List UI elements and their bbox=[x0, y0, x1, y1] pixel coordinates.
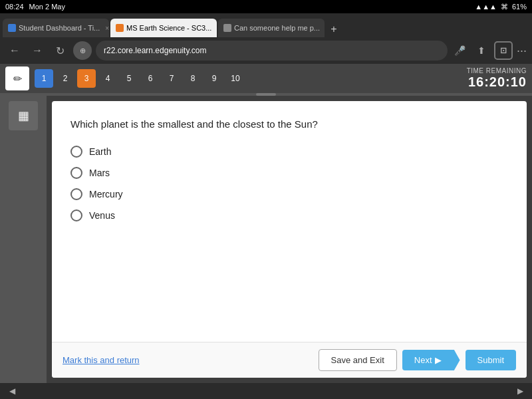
browser-chrome: Student Dashboard - Ti... × MS Earth Sci… bbox=[0, 13, 532, 64]
battery-indicator: 61% bbox=[512, 3, 527, 11]
tab-label-1: Student Dashboard - Ti... bbox=[19, 24, 100, 32]
submit-button[interactable]: Submit bbox=[466, 350, 516, 370]
question-num-10[interactable]: 10 bbox=[226, 69, 245, 88]
status-bar: 08:24 Mon 2 May ▲▲▲ ⌘ 61% bbox=[0, 0, 532, 13]
time-value: 16:20:10 bbox=[467, 74, 527, 90]
question-num-2[interactable]: 2 bbox=[56, 69, 74, 88]
tab-favicon-2 bbox=[116, 24, 124, 32]
option-mars-label: Mars bbox=[89, 168, 110, 178]
new-tab-button[interactable]: + bbox=[326, 21, 342, 37]
tab-bar: Student Dashboard - Ti... × MS Earth Sci… bbox=[0, 13, 532, 37]
time-remaining: TIME REMAINING 16:20:10 bbox=[467, 67, 527, 90]
footer-buttons: Save and Exit Next ▶ Submit bbox=[319, 349, 516, 371]
bottom-right-arrow[interactable]: ▶ bbox=[513, 384, 527, 398]
address-bar-row: ← → ↻ ⊕ r22.core.learn.edgenuity.com 🎤 ⬆… bbox=[0, 37, 532, 64]
radio-mercury[interactable] bbox=[70, 188, 82, 200]
tab-student-dashboard[interactable]: Student Dashboard - Ti... × bbox=[3, 19, 109, 37]
radio-mars[interactable] bbox=[70, 167, 82, 179]
question-text: Which planet is the smallest and the clo… bbox=[70, 117, 508, 132]
tab-earth-science[interactable]: MS Earth Science - SC3... × bbox=[110, 19, 217, 37]
question-num-9[interactable]: 9 bbox=[205, 69, 223, 88]
signal-icon: ▲▲▲ bbox=[475, 3, 497, 11]
tab-favicon-3 bbox=[223, 24, 231, 32]
option-earth-label: Earth bbox=[89, 146, 111, 157]
pencil-tool-button[interactable]: ✏ bbox=[5, 66, 29, 90]
question-num-4[interactable]: 4 bbox=[98, 69, 117, 88]
question-num-3[interactable]: 3 bbox=[77, 69, 96, 88]
option-mercury[interactable]: Mercury bbox=[70, 188, 508, 200]
forward-button[interactable]: → bbox=[28, 41, 47, 60]
option-venus[interactable]: Venus bbox=[70, 209, 508, 221]
question-num-8[interactable]: 8 bbox=[184, 69, 202, 88]
question-num-5[interactable]: 5 bbox=[120, 69, 138, 88]
question-number-bar: 1 2 3 4 5 6 7 8 9 bbox=[35, 69, 245, 88]
radio-venus[interactable] bbox=[70, 209, 82, 221]
wifi-icon: ⌘ bbox=[501, 3, 508, 11]
status-day: Mon 2 May bbox=[29, 3, 65, 11]
app-area: ✏ 1 2 3 4 5 6 7 8 bbox=[0, 64, 532, 383]
content-row: ▦ Which planet is the smallest and the c… bbox=[0, 96, 532, 383]
answer-options: Earth Mars Mercury Venus bbox=[70, 146, 508, 221]
option-mercury-label: Mercury bbox=[89, 189, 123, 200]
time-label: TIME REMAINING bbox=[467, 67, 527, 74]
question-body: Which planet is the smallest and the clo… bbox=[52, 101, 527, 342]
microphone-icon[interactable]: 🎤 bbox=[452, 42, 469, 59]
question-num-1[interactable]: 1 bbox=[35, 69, 53, 88]
tab-favicon-1 bbox=[8, 24, 16, 32]
calculator-button[interactable]: ▦ bbox=[9, 101, 38, 130]
bottom-left-arrow[interactable]: ◀ bbox=[5, 384, 19, 398]
option-venus-label: Venus bbox=[89, 210, 115, 221]
question-panel: Which planet is the smallest and the clo… bbox=[52, 101, 527, 378]
question-num-6[interactable]: 6 bbox=[141, 69, 160, 88]
option-earth[interactable]: Earth bbox=[70, 146, 508, 158]
tab-close-1[interactable]: × bbox=[105, 25, 109, 32]
bottom-bar: ◀ ▶ bbox=[0, 383, 532, 399]
question-footer: Mark this and return Save and Exit Next … bbox=[52, 342, 527, 378]
menu-button[interactable]: ··· bbox=[517, 44, 527, 58]
mark-return-link[interactable]: Mark this and return bbox=[63, 355, 140, 365]
save-exit-button[interactable]: Save and Exit bbox=[319, 349, 397, 371]
status-time: 08:24 bbox=[5, 3, 24, 11]
next-arrow-icon: ▶ bbox=[435, 355, 442, 365]
left-panel: ▦ bbox=[0, 96, 47, 383]
back-button[interactable]: ← bbox=[5, 41, 24, 60]
radio-earth[interactable] bbox=[70, 146, 82, 158]
tab-label-3: Can someone help me p... bbox=[234, 24, 320, 32]
tab-help[interactable]: Can someone help me p... × bbox=[218, 19, 325, 37]
toolbar: ✏ 1 2 3 4 5 6 7 8 bbox=[0, 64, 532, 93]
pencil-icon: ✏ bbox=[13, 72, 22, 85]
privacy-icon: ⊕ bbox=[73, 41, 92, 60]
tab-label-2: MS Earth Science - SC3... bbox=[126, 24, 211, 32]
next-button[interactable]: Next ▶ bbox=[402, 350, 460, 370]
share-icon[interactable]: ⬆ bbox=[473, 42, 490, 59]
address-bar[interactable]: r22.core.learn.edgenuity.com bbox=[96, 41, 448, 61]
option-mars[interactable]: Mars bbox=[70, 167, 508, 179]
calculator-icon: ▦ bbox=[18, 108, 29, 123]
next-label: Next bbox=[414, 355, 432, 365]
reader-mode-icon[interactable]: ⊡ bbox=[494, 41, 513, 60]
reload-button[interactable]: ↻ bbox=[51, 41, 69, 60]
question-num-7[interactable]: 7 bbox=[162, 69, 181, 88]
url-text: r22.core.learn.edgenuity.com bbox=[104, 46, 207, 55]
